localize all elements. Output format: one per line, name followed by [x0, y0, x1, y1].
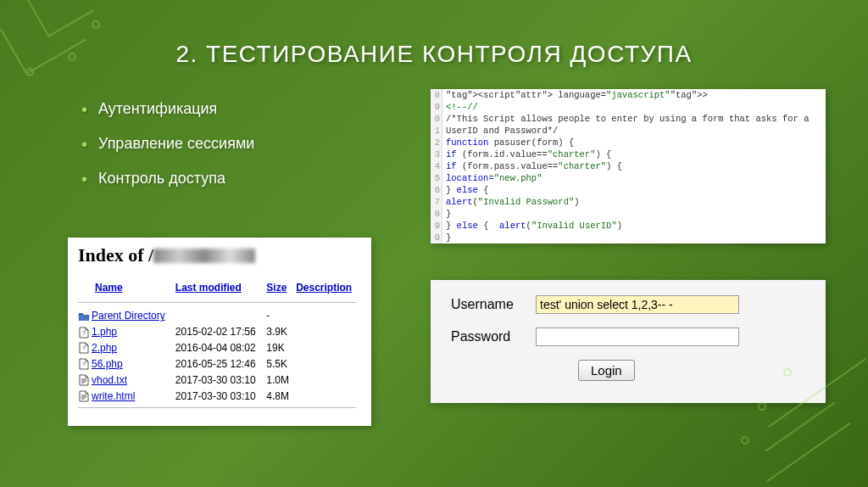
- svg-text:?: ?: [82, 361, 86, 367]
- file-link-cell: write.html: [92, 388, 175, 404]
- svg-text:?: ?: [82, 330, 86, 336]
- file-link[interactable]: Parent Directory: [92, 310, 165, 322]
- size-cell: 5.5K: [266, 355, 296, 372]
- bullet-item: Аутентификация: [81, 100, 254, 118]
- table-row: Parent Directory-: [78, 308, 361, 324]
- modified-cell: 2016-05-25 12:46: [175, 355, 266, 372]
- directory-listing-panel: Index of / Name Last modified Size Descr…: [68, 238, 371, 426]
- col-name[interactable]: Name: [78, 278, 175, 299]
- modified-cell: 2016-04-04 08:02: [175, 340, 266, 356]
- file-icon: ?: [78, 324, 92, 340]
- table-row: ?56.php2016-05-25 12:465.5K: [78, 355, 361, 372]
- username-label: Username: [451, 297, 536, 312]
- bullet-item: Контроль доступа: [81, 170, 254, 188]
- file-link-cell: vhod.txt: [92, 372, 175, 388]
- decorative-circuit-bottom-right: [715, 334, 868, 487]
- password-label: Password: [451, 329, 536, 344]
- size-cell: 3.9K: [266, 324, 296, 340]
- file-icon: [78, 372, 92, 388]
- bullet-list: Аутентификация Управление сессиями Контр…: [81, 100, 254, 204]
- col-description[interactable]: Description: [296, 278, 361, 299]
- file-icon: [78, 388, 92, 404]
- file-link[interactable]: 1.php: [92, 326, 117, 338]
- modified-cell: [175, 308, 266, 324]
- bullet-item: Управление сессиями: [81, 135, 254, 153]
- file-link-cell: Parent Directory: [92, 308, 175, 324]
- table-row: vhod.txt2017-03-30 03:101.0M: [78, 372, 361, 388]
- modified-cell: 2017-03-30 03:10: [175, 372, 266, 388]
- index-heading-prefix: Index of /: [78, 244, 153, 266]
- file-link[interactable]: 56.php: [92, 358, 123, 370]
- page-title: 2. ТЕСТИРОВАНИЕ КОНТРОЛЯ ДОСТУПА: [0, 41, 868, 68]
- col-size[interactable]: Size: [266, 278, 296, 299]
- file-link[interactable]: vhod.txt: [92, 374, 127, 386]
- password-input[interactable]: [536, 327, 739, 346]
- index-table: Name Last modified Size Description Pare…: [78, 278, 361, 413]
- col-modified[interactable]: Last modified: [175, 278, 266, 299]
- file-link[interactable]: write.html: [92, 390, 135, 402]
- table-row: ?1.php2015-02-02 17:563.9K: [78, 324, 361, 340]
- table-row: ?2.php2016-04-04 08:0219K: [78, 340, 361, 356]
- login-button[interactable]: Login: [578, 360, 635, 381]
- file-link[interactable]: 2.php: [92, 342, 117, 354]
- code-snippet-panel: 8"tag"><script"attr"> language="javascri…: [431, 89, 826, 244]
- username-input[interactable]: [536, 295, 739, 314]
- file-link-cell: 2.php: [92, 340, 175, 356]
- modified-cell: 2015-02-02 17:56: [175, 324, 266, 340]
- index-heading: Index of /: [78, 244, 361, 266]
- file-icon: ?: [78, 340, 92, 356]
- file-link-cell: 56.php: [92, 355, 175, 372]
- table-row: write.html2017-03-30 03:104.8M: [78, 388, 361, 404]
- file-icon: [78, 308, 92, 324]
- size-cell: -: [266, 308, 296, 324]
- redacted-path: [153, 249, 255, 263]
- size-cell: 1.0M: [266, 372, 296, 388]
- size-cell: 19K: [266, 340, 296, 356]
- svg-text:?: ?: [82, 345, 86, 351]
- file-icon: ?: [78, 355, 92, 372]
- file-link-cell: 1.php: [92, 324, 175, 340]
- modified-cell: 2017-03-30 03:10: [175, 388, 266, 404]
- size-cell: 4.8M: [266, 388, 296, 404]
